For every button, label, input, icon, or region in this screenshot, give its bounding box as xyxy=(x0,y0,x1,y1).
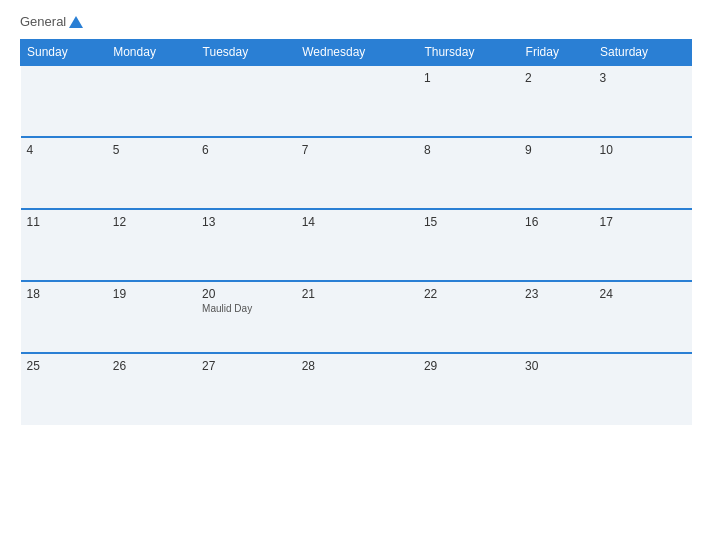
logo-general-text: General xyxy=(20,15,83,29)
day-cell: 30 xyxy=(519,353,593,425)
day-number: 27 xyxy=(202,359,290,373)
day-cell: 6 xyxy=(196,137,296,209)
day-number: 23 xyxy=(525,287,587,301)
day-cell: 23 xyxy=(519,281,593,353)
header-monday: Monday xyxy=(107,40,196,66)
day-cell: 20Maulid Day xyxy=(196,281,296,353)
day-cell: 2 xyxy=(519,65,593,137)
day-number: 13 xyxy=(202,215,290,229)
day-cell: 26 xyxy=(107,353,196,425)
day-cell: 9 xyxy=(519,137,593,209)
day-number: 10 xyxy=(599,143,685,157)
day-number: 5 xyxy=(113,143,190,157)
day-number: 4 xyxy=(27,143,101,157)
day-cell: 4 xyxy=(21,137,107,209)
day-cell: 27 xyxy=(196,353,296,425)
day-cell: 12 xyxy=(107,209,196,281)
day-cell: 18 xyxy=(21,281,107,353)
day-cell: 10 xyxy=(593,137,691,209)
day-cell: 5 xyxy=(107,137,196,209)
day-cell: 28 xyxy=(296,353,418,425)
day-number: 3 xyxy=(599,71,685,85)
holiday-name: Maulid Day xyxy=(202,303,290,314)
day-number: 8 xyxy=(424,143,513,157)
day-cell: 1 xyxy=(418,65,519,137)
day-cell: 22 xyxy=(418,281,519,353)
calendar-body: 1234567891011121314151617181920Maulid Da… xyxy=(21,65,692,425)
day-number: 6 xyxy=(202,143,290,157)
day-number: 20 xyxy=(202,287,290,301)
day-cell: 19 xyxy=(107,281,196,353)
day-cell: 16 xyxy=(519,209,593,281)
day-cell: 7 xyxy=(296,137,418,209)
day-cell xyxy=(21,65,107,137)
day-number: 18 xyxy=(27,287,101,301)
day-cell: 8 xyxy=(418,137,519,209)
header-sunday: Sunday xyxy=(21,40,107,66)
day-cell: 29 xyxy=(418,353,519,425)
day-cell: 3 xyxy=(593,65,691,137)
day-cell: 13 xyxy=(196,209,296,281)
day-cell xyxy=(107,65,196,137)
header-tuesday: Tuesday xyxy=(196,40,296,66)
week-row-4: 252627282930 xyxy=(21,353,692,425)
week-row-1: 45678910 xyxy=(21,137,692,209)
week-row-0: 123 xyxy=(21,65,692,137)
day-number: 9 xyxy=(525,143,587,157)
day-cell: 14 xyxy=(296,209,418,281)
day-number: 30 xyxy=(525,359,587,373)
logo: General xyxy=(20,15,83,29)
day-number: 28 xyxy=(302,359,412,373)
header: General xyxy=(20,15,692,29)
day-number: 12 xyxy=(113,215,190,229)
day-number: 14 xyxy=(302,215,412,229)
day-cell: 21 xyxy=(296,281,418,353)
day-cell xyxy=(296,65,418,137)
day-number: 22 xyxy=(424,287,513,301)
day-number: 21 xyxy=(302,287,412,301)
header-wednesday: Wednesday xyxy=(296,40,418,66)
day-number: 26 xyxy=(113,359,190,373)
header-friday: Friday xyxy=(519,40,593,66)
day-number: 15 xyxy=(424,215,513,229)
day-cell: 24 xyxy=(593,281,691,353)
weekday-header-row: Sunday Monday Tuesday Wednesday Thursday… xyxy=(21,40,692,66)
day-number: 11 xyxy=(27,215,101,229)
day-cell: 17 xyxy=(593,209,691,281)
week-row-3: 181920Maulid Day21222324 xyxy=(21,281,692,353)
day-number: 19 xyxy=(113,287,190,301)
day-number: 25 xyxy=(27,359,101,373)
logo-triangle-icon xyxy=(69,16,83,28)
day-cell xyxy=(593,353,691,425)
day-number: 7 xyxy=(302,143,412,157)
day-number: 24 xyxy=(599,287,685,301)
day-number: 29 xyxy=(424,359,513,373)
week-row-2: 11121314151617 xyxy=(21,209,692,281)
day-number: 1 xyxy=(424,71,513,85)
calendar-table: Sunday Monday Tuesday Wednesday Thursday… xyxy=(20,39,692,425)
day-cell: 25 xyxy=(21,353,107,425)
day-cell xyxy=(196,65,296,137)
day-cell: 11 xyxy=(21,209,107,281)
calendar-header: Sunday Monday Tuesday Wednesday Thursday… xyxy=(21,40,692,66)
calendar-container: General Sunday Monday Tuesday Wednesday … xyxy=(0,0,712,550)
day-cell: 15 xyxy=(418,209,519,281)
day-number: 16 xyxy=(525,215,587,229)
header-thursday: Thursday xyxy=(418,40,519,66)
day-number: 17 xyxy=(599,215,685,229)
header-saturday: Saturday xyxy=(593,40,691,66)
day-number: 2 xyxy=(525,71,587,85)
